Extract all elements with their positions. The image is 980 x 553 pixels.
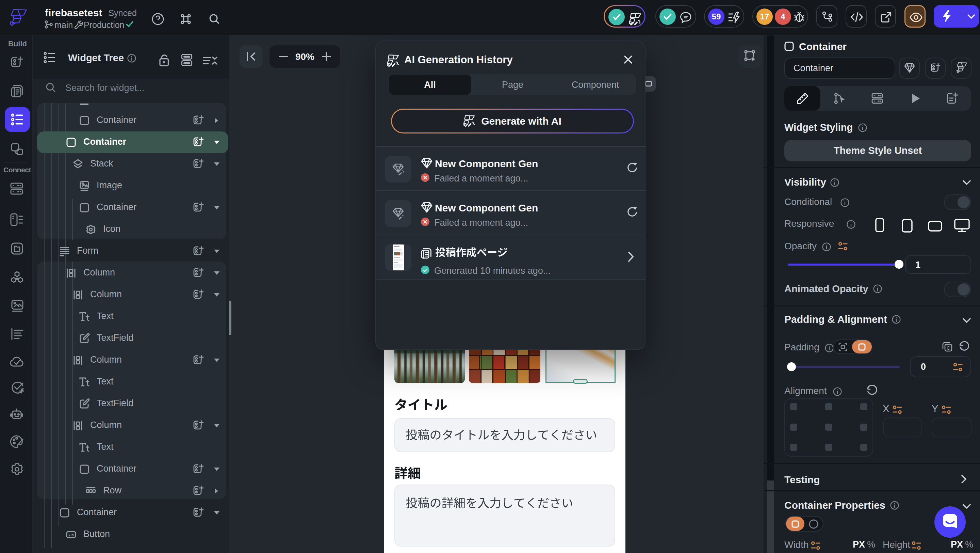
svg-text:C: C [947, 345, 950, 351]
svg-text:BTN: BTN [69, 533, 74, 536]
